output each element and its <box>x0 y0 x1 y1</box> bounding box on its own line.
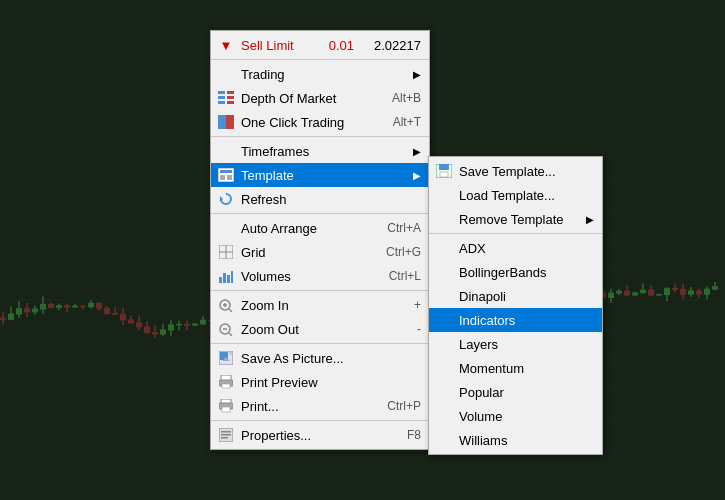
svg-rect-19 <box>231 271 233 283</box>
zoom-out-icon <box>215 320 237 338</box>
layers-item[interactable]: Layers <box>429 332 602 356</box>
separator-6 <box>211 420 429 421</box>
separator-3 <box>211 213 429 214</box>
indicators-icon <box>433 311 455 329</box>
svg-rect-0 <box>218 91 225 94</box>
adx-icon <box>433 239 455 257</box>
depth-of-market-label: Depth Of Market <box>241 91 372 106</box>
refresh-icon <box>215 190 237 208</box>
primary-context-menu: ▼ Sell Limit 0.01 2.02217 Trading ▶ <box>210 30 430 450</box>
template-submenu: Save Template... Load Template... Remove… <box>428 156 603 455</box>
volumes-item[interactable]: Volumes Ctrl+L <box>211 264 429 288</box>
williams-icon <box>433 431 455 449</box>
svg-rect-4 <box>218 101 225 104</box>
grid-icon <box>215 243 237 261</box>
one-click-trading-shortcut: Alt+T <box>393 115 421 129</box>
bollinger-icon <box>433 263 455 281</box>
svg-rect-42 <box>439 164 449 170</box>
timeframes-item[interactable]: Timeframes ▶ <box>211 139 429 163</box>
williams-item[interactable]: Williams <box>429 428 602 452</box>
grid-shortcut: Ctrl+G <box>386 245 421 259</box>
context-menu-wrapper: ▼ Sell Limit 0.01 2.02217 Trading ▶ <box>210 30 430 450</box>
dinapoli-label: Dinapoli <box>459 289 594 304</box>
remove-template-item[interactable]: Remove Template ▶ <box>429 207 602 231</box>
sell-limit-price: 2.02217 <box>374 38 421 53</box>
refresh-item[interactable]: Refresh <box>211 187 429 211</box>
zoom-out-shortcut: - <box>417 322 421 336</box>
svg-rect-17 <box>223 273 226 283</box>
separator-5 <box>211 343 429 344</box>
load-template-item[interactable]: Load Template... <box>429 183 602 207</box>
remove-template-arrow: ▶ <box>586 214 594 225</box>
trading-icon <box>215 65 237 83</box>
sell-limit-item[interactable]: ▼ Sell Limit 0.01 2.02217 <box>211 33 429 57</box>
adx-item[interactable]: ADX <box>429 236 602 260</box>
sell-limit-icon: ▼ <box>215 36 237 54</box>
svg-line-26 <box>229 333 232 336</box>
svg-rect-43 <box>440 172 448 177</box>
volume-item[interactable]: Volume <box>429 404 602 428</box>
indicators-label: Indicators <box>459 313 594 328</box>
timeframes-arrow: ▶ <box>413 146 421 157</box>
remove-template-icon <box>433 210 455 228</box>
load-template-icon <box>433 186 455 204</box>
trading-item[interactable]: Trading ▶ <box>211 62 429 86</box>
one-click-trading-item[interactable]: One Click Trading Alt+T <box>211 110 429 134</box>
zoom-in-icon <box>215 296 237 314</box>
one-click-trading-icon <box>215 113 237 131</box>
depth-of-market-icon <box>215 89 237 107</box>
save-as-picture-item[interactable]: Save As Picture... <box>211 346 429 370</box>
volumes-label: Volumes <box>241 269 369 284</box>
zoom-in-item[interactable]: Zoom In + <box>211 293 429 317</box>
auto-arrange-item[interactable]: Auto Arrange Ctrl+A <box>211 216 429 240</box>
depth-of-market-item[interactable]: Depth Of Market Alt+B <box>211 86 429 110</box>
momentum-item[interactable]: Momentum <box>429 356 602 380</box>
auto-arrange-icon <box>215 219 237 237</box>
print-preview-icon <box>215 373 237 391</box>
bollinger-bands-item[interactable]: BollingerBands <box>429 260 602 284</box>
template-arrow: ▶ <box>413 170 421 181</box>
svg-rect-3 <box>227 96 234 99</box>
popular-label: Popular <box>459 385 594 400</box>
popular-item[interactable]: Popular <box>429 380 602 404</box>
separator-1 <box>211 59 429 60</box>
save-template-icon <box>433 162 455 180</box>
indicators-item[interactable]: Indicators <box>429 308 602 332</box>
svg-rect-6 <box>218 115 226 129</box>
print-item[interactable]: Print... Ctrl+P <box>211 394 429 418</box>
save-as-picture-icon <box>215 349 237 367</box>
svg-rect-33 <box>222 384 230 388</box>
zoom-out-label: Zoom Out <box>241 322 397 337</box>
print-label: Print... <box>241 399 367 414</box>
trading-label: Trading <box>241 67 405 82</box>
print-icon <box>215 397 237 415</box>
separator-2 <box>211 136 429 137</box>
svg-rect-1 <box>227 91 234 94</box>
volumes-icon <box>215 267 237 285</box>
svg-line-23 <box>229 309 232 312</box>
print-preview-item[interactable]: Print Preview <box>211 370 429 394</box>
auto-arrange-label: Auto Arrange <box>241 221 367 236</box>
volumes-shortcut: Ctrl+L <box>389 269 421 283</box>
dinapoli-item[interactable]: Dinapoli <box>429 284 602 308</box>
properties-label: Properties... <box>241 428 387 443</box>
print-shortcut: Ctrl+P <box>387 399 421 413</box>
timeframes-label: Timeframes <box>241 144 405 159</box>
zoom-out-item[interactable]: Zoom Out - <box>211 317 429 341</box>
adx-label: ADX <box>459 241 594 256</box>
svg-rect-40 <box>221 437 228 439</box>
svg-rect-29 <box>229 352 232 355</box>
layers-label: Layers <box>459 337 594 352</box>
grid-item[interactable]: Grid Ctrl+G <box>211 240 429 264</box>
svg-rect-7 <box>226 115 234 129</box>
bollinger-label: BollingerBands <box>459 265 594 280</box>
separator-4 <box>211 290 429 291</box>
auto-arrange-shortcut: Ctrl+A <box>387 221 421 235</box>
zoom-in-label: Zoom In <box>241 298 394 313</box>
template-item[interactable]: Template ▶ <box>211 163 429 187</box>
svg-rect-5 <box>227 101 234 104</box>
depth-of-market-shortcut: Alt+B <box>392 91 421 105</box>
properties-item[interactable]: Properties... F8 <box>211 423 429 447</box>
save-template-item[interactable]: Save Template... <box>429 159 602 183</box>
print-preview-label: Print Preview <box>241 375 421 390</box>
